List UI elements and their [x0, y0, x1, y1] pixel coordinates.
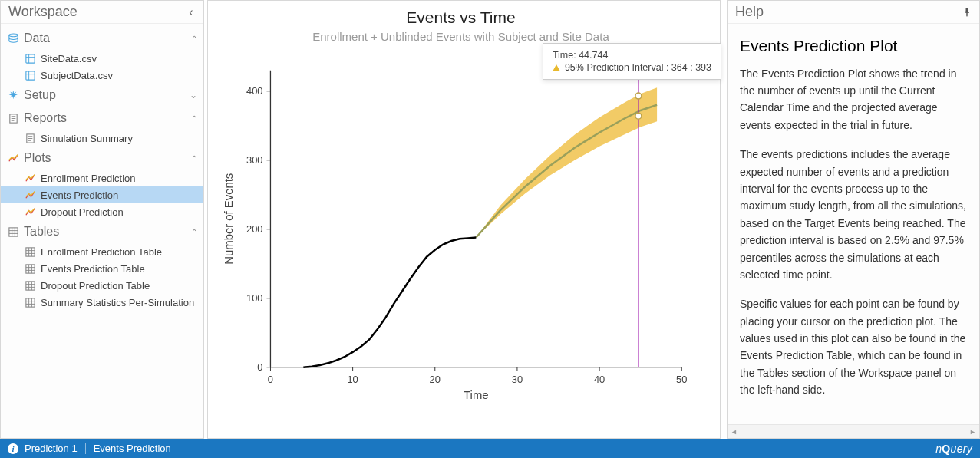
- collapse-workspace-icon[interactable]: [185, 6, 197, 18]
- database-icon: [7, 32, 19, 44]
- brand-logo: nQuery: [935, 443, 972, 455]
- info-icon[interactable]: i: [8, 443, 18, 454]
- table-label: Summary Statistics Per-Simulation: [41, 297, 194, 308]
- workspace-body: Data SiteData.csv SubjectData.csv ✷ Setu…: [1, 24, 203, 438]
- svg-text:200: 200: [246, 223, 262, 235]
- chevron-up-icon: [191, 228, 197, 236]
- data-file-subjectdata[interactable]: SubjectData.csv: [1, 67, 203, 84]
- chart-subtitle: Enrollment + Unblinded Events with Subje…: [217, 30, 704, 43]
- chart-icon: [24, 189, 36, 201]
- csv-file-icon: [24, 69, 36, 81]
- plot-label: Enrollment Prediction: [41, 173, 136, 184]
- chevron-down-icon: [190, 90, 197, 100]
- section-reports[interactable]: Reports: [1, 107, 203, 130]
- svg-text:100: 100: [246, 292, 262, 304]
- document-icon: [24, 132, 36, 144]
- tooltip-time: Time: 44.744: [553, 50, 711, 61]
- plot-icon: [7, 152, 19, 164]
- svg-text:0: 0: [257, 361, 262, 373]
- chevron-up-icon: [191, 35, 197, 43]
- grid-icon: [24, 262, 36, 275]
- chevron-up-icon: [191, 114, 197, 123]
- help-paragraph: Specific values for each point can be fo…: [740, 295, 967, 398]
- svg-text:50: 50: [676, 374, 687, 385]
- svg-text:30: 30: [512, 374, 523, 385]
- svg-rect-1: [25, 54, 34, 62]
- tooltip-interval: 95% Prediction Interval : 364 : 393: [565, 62, 711, 73]
- grid-icon: [24, 279, 36, 292]
- svg-rect-6: [25, 247, 34, 255]
- section-data[interactable]: Data: [1, 27, 203, 50]
- section-reports-label: Reports: [24, 111, 67, 125]
- section-setup[interactable]: ✷ Setup: [1, 84, 203, 107]
- help-header: Help: [728, 1, 979, 24]
- plot-label: Dropout Prediction: [41, 206, 124, 218]
- workspace-header: Workspace: [1, 1, 203, 24]
- svg-text:Number of Events: Number of Events: [223, 173, 235, 265]
- section-tables[interactable]: Tables: [1, 220, 203, 243]
- svg-rect-7: [25, 264, 34, 272]
- table-summary-stats[interactable]: Summary Statistics Per-Simulation: [1, 294, 203, 311]
- chevron-up-icon: [191, 154, 197, 163]
- plot-events[interactable]: Events Prediction: [1, 186, 203, 203]
- grid-icon: [24, 245, 36, 258]
- svg-rect-8: [25, 281, 34, 289]
- table-enrollment[interactable]: Enrollment Prediction Table: [1, 243, 203, 260]
- svg-text:20: 20: [430, 374, 441, 385]
- chart-title: Events vs Time: [217, 8, 704, 27]
- report-icon: [7, 112, 19, 124]
- table-icon: [7, 226, 19, 238]
- help-h-scrollbar[interactable]: ◄ ►: [728, 424, 979, 438]
- svg-rect-5: [8, 227, 17, 236]
- csv-file-icon: [24, 52, 36, 64]
- help-panel: Help Events Prediction Plot The Events P…: [727, 0, 980, 439]
- plot-dropout[interactable]: Dropout Prediction: [1, 203, 203, 220]
- pi-swatch-icon: [553, 64, 560, 71]
- workspace-panel: Workspace Data SiteData.csv SubjectData.…: [0, 0, 204, 439]
- chart-icon: [24, 172, 36, 184]
- section-plots[interactable]: Plots: [1, 147, 203, 170]
- grid-icon: [24, 296, 36, 308]
- svg-text:10: 10: [347, 374, 358, 385]
- section-plots-label: Plots: [24, 151, 51, 165]
- svg-text:40: 40: [594, 374, 605, 385]
- svg-text:400: 400: [246, 85, 262, 97]
- table-dropout[interactable]: Dropout Prediction Table: [1, 277, 203, 294]
- plot-enrollment[interactable]: Enrollment Prediction: [1, 170, 203, 186]
- svg-text:300: 300: [246, 154, 262, 166]
- section-data-label: Data: [24, 31, 50, 45]
- svg-point-35: [635, 93, 642, 99]
- gear-icon: ✷: [7, 89, 19, 101]
- table-label: Events Prediction Table: [41, 263, 145, 275]
- data-file-label: SubjectData.csv: [41, 70, 113, 81]
- report-label: Simulation Summary: [41, 133, 133, 144]
- table-label: Dropout Prediction Table: [41, 280, 150, 292]
- pin-icon[interactable]: [961, 6, 973, 18]
- help-paragraph: The Events Prediction Plot shows the tre…: [740, 65, 967, 134]
- plot-label: Events Prediction: [41, 189, 118, 201]
- section-setup-label: Setup: [24, 88, 56, 102]
- data-file-label: SiteData.csv: [41, 53, 97, 64]
- scroll-left-icon[interactable]: ◄: [731, 428, 737, 436]
- chart-tooltip: Time: 44.744 95% Prediction Interval : 3…: [543, 43, 721, 80]
- svg-point-36: [635, 113, 642, 119]
- scroll-right-icon[interactable]: ►: [969, 428, 976, 436]
- status-prediction: Prediction 1: [25, 443, 78, 454]
- status-view: Events Prediction: [94, 443, 171, 454]
- svg-rect-2: [25, 71, 34, 79]
- status-bar: i Prediction 1 Events Prediction nQuery: [0, 439, 980, 458]
- section-tables-label: Tables: [24, 225, 59, 239]
- svg-text:Time: Time: [464, 389, 489, 401]
- help-paragraph: The events predictions includes the aver…: [740, 146, 967, 283]
- report-simulation-summary[interactable]: Simulation Summary: [1, 130, 203, 147]
- table-events[interactable]: Events Prediction Table: [1, 260, 203, 277]
- svg-text:0: 0: [268, 374, 273, 385]
- help-title: Help: [735, 4, 764, 20]
- chart-panel: Events vs Time Enrollment + Unblinded Ev…: [207, 0, 721, 439]
- data-file-sitedata[interactable]: SiteData.csv: [1, 50, 203, 67]
- chart-area[interactable]: 01020304050 0100200300400 Time Number of…: [217, 48, 704, 432]
- table-label: Enrollment Prediction Table: [41, 246, 162, 258]
- workspace-title: Workspace: [8, 4, 78, 20]
- help-heading: Events Prediction Plot: [740, 33, 967, 59]
- svg-rect-9: [25, 298, 34, 306]
